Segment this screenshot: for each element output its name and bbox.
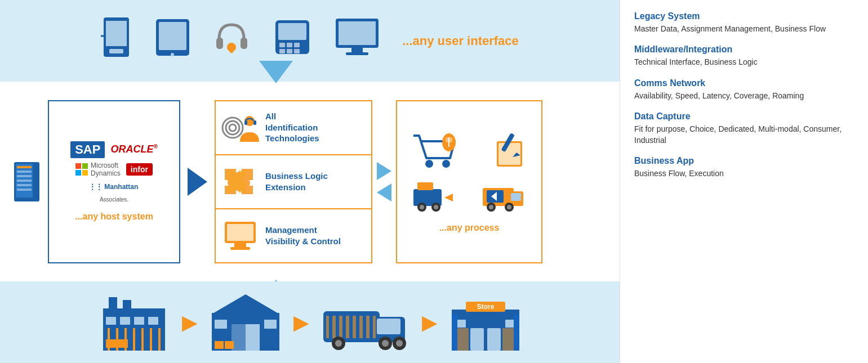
- panel-item-business-app: Business App Business Flow, Execution: [634, 156, 854, 179]
- host-box: SAP ORACLE® MicrosoftDynamics: [48, 100, 180, 263]
- svg-rect-40: [244, 120, 247, 125]
- svg-rect-32: [82, 163, 88, 169]
- svg-marker-88: [212, 294, 279, 314]
- panel-item-data-capture: Data Capture Fit for purpose, Choice, De…: [634, 111, 854, 146]
- svg-rect-33: [75, 170, 81, 176]
- bottom-band: ▶ ▶: [0, 281, 620, 363]
- svg-rect-92: [215, 320, 227, 329]
- supply-arrow-3: ▶: [422, 311, 438, 334]
- identification-icon-area: [220, 108, 260, 147]
- middle-section: SAP ORACLE® MicrosoftDynamics: [0, 82, 620, 281]
- business-logic-label: Business LogicExtension: [265, 171, 328, 192]
- svg-point-46: [425, 160, 433, 168]
- microsoft-dynamics-logo: MicrosoftDynamics: [75, 162, 121, 178]
- svg-rect-56: [417, 182, 433, 190]
- svg-point-38: [229, 124, 236, 131]
- middleware-title: Middleware/Integration: [634, 44, 854, 55]
- any-ui-label: ...any user interface: [402, 34, 519, 48]
- tablet-icon: [154, 16, 191, 66]
- cart-icon-cell: [403, 130, 466, 172]
- svg-rect-28: [17, 180, 32, 182]
- svg-rect-45: [230, 247, 250, 250]
- svg-marker-57: [444, 194, 453, 201]
- management-label: ManagementVisibility & Control: [265, 225, 341, 247]
- svg-point-110: [382, 340, 389, 347]
- any-host-label: ...any host system: [75, 212, 153, 222]
- business-logic-icon-area: [220, 162, 260, 201]
- device-icons: [101, 16, 380, 66]
- svg-rect-43: [227, 224, 253, 241]
- sap-oracle-row: SAP ORACLE®: [70, 141, 158, 158]
- svg-rect-73: [123, 300, 131, 311]
- business-app-desc: Business Flow, Execution: [634, 168, 854, 179]
- legacy-desc: Master Data, Assignment Management, Busi…: [634, 23, 854, 34]
- svg-rect-8: [241, 38, 247, 49]
- svg-rect-86: [106, 339, 116, 348]
- left-arrow: [377, 183, 391, 201]
- comms-title: Comms Network: [634, 78, 854, 88]
- svg-rect-41: [253, 120, 256, 125]
- svg-rect-94: [215, 341, 224, 349]
- infor-logo: infor: [126, 163, 153, 176]
- svg-rect-87: [118, 339, 128, 348]
- svg-rect-27: [17, 175, 32, 177]
- management-row: ManagementVisibility & Control: [216, 209, 371, 262]
- middleware-desc: Technical Interface, Business Logic: [634, 56, 854, 68]
- sap-logo: SAP: [70, 141, 105, 158]
- svg-rect-122: [514, 314, 519, 351]
- comms-desc: Availability, Speed, Latency, Coverage, …: [634, 90, 854, 101]
- panel-item-comms: Comms Network Availability, Speed, Laten…: [634, 78, 854, 101]
- svg-rect-22: [346, 52, 368, 55]
- svg-rect-5: [159, 22, 186, 50]
- server-icon: [11, 159, 42, 204]
- host-to-tech-arrow: [185, 168, 210, 196]
- tech-box: AllIdentificationTechnologies Business L…: [215, 100, 372, 263]
- svg-rect-72: [109, 297, 117, 311]
- process-icons: [403, 130, 536, 217]
- svg-rect-2: [109, 49, 123, 53]
- supply-arrow-2: ▶: [293, 311, 309, 334]
- manhattan-row: ⋮⋮ Manhattan: [89, 181, 140, 193]
- right-panel: Legacy System Master Data, Assignment Ma…: [620, 0, 868, 363]
- store-item: Store: [449, 292, 522, 353]
- svg-point-112: [396, 340, 403, 347]
- svg-point-61: [434, 205, 438, 209]
- svg-point-47: [442, 160, 450, 168]
- monitor-icon: [335, 17, 380, 64]
- svg-rect-64: [511, 193, 521, 201]
- terminal-icon: [273, 17, 312, 64]
- svg-rect-21: [351, 48, 363, 52]
- svg-point-70: [507, 205, 511, 209]
- manhattan-associates-row: Associates.: [100, 196, 128, 203]
- management-icon-area: [220, 216, 260, 256]
- svg-text:Store: Store: [477, 303, 495, 311]
- svg-rect-123: [457, 328, 469, 351]
- svg-text:⋮⋮ Manhattan: ⋮⋮ Manhattan: [89, 183, 138, 191]
- right-arrow: [377, 162, 391, 180]
- svg-rect-117: [470, 328, 484, 351]
- identification-row: AllIdentificationTechnologies: [216, 101, 371, 155]
- svg-rect-18: [294, 49, 300, 53]
- oracle-logo: ORACLE®: [110, 144, 157, 155]
- tech-to-process-arrows: [377, 162, 391, 201]
- svg-rect-13: [279, 43, 285, 47]
- any-process-label: ...any process: [439, 223, 500, 233]
- panel-item-legacy: Legacy System Master Data, Assignment Ma…: [634, 11, 854, 34]
- headset-icon: [213, 19, 250, 63]
- factory-item: [97, 292, 171, 353]
- svg-point-6: [171, 53, 174, 56]
- svg-rect-25: [17, 166, 32, 168]
- panel-item-middleware: Middleware/Integration Technical Interfa…: [634, 44, 854, 68]
- svg-rect-20: [339, 21, 376, 45]
- svg-rect-30: [17, 189, 32, 191]
- svg-rect-31: [75, 163, 81, 169]
- svg-point-59: [420, 205, 424, 209]
- svg-rect-10: [230, 47, 233, 53]
- server-container: [11, 159, 42, 204]
- business-logic-row: Business LogicExtension: [216, 155, 371, 209]
- svg-rect-14: [287, 43, 292, 47]
- svg-rect-118: [487, 328, 501, 351]
- svg-rect-77: [148, 317, 158, 325]
- svg-rect-34: [82, 170, 88, 176]
- svg-rect-16: [279, 49, 285, 53]
